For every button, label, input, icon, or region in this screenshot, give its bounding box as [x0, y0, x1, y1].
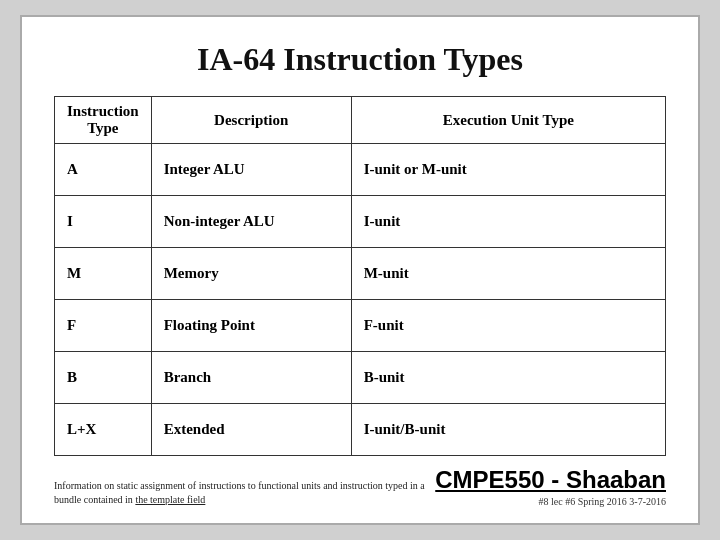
table-row: INon-integer ALUI-unit [55, 196, 666, 248]
table-cell: M [55, 248, 152, 300]
table-row: L+XExtendedI-unit/B-unit [55, 404, 666, 456]
table-cell: Non-integer ALU [151, 196, 351, 248]
table-row: AInteger ALUI-unit or M-unit [55, 144, 666, 196]
table-cell: Branch [151, 352, 351, 404]
table-cell: Floating Point [151, 300, 351, 352]
table-cell: I-unit or M-unit [351, 144, 665, 196]
table-cell: B [55, 352, 152, 404]
table-cell: B-unit [351, 352, 665, 404]
table-cell: I [55, 196, 152, 248]
table-cell: A [55, 144, 152, 196]
table-cell: Memory [151, 248, 351, 300]
table-cell: F [55, 300, 152, 352]
table-row: MMemoryM-unit [55, 248, 666, 300]
table-cell: I-unit/B-unit [351, 404, 665, 456]
footer: Information on static assignment of inst… [54, 466, 666, 507]
footer-left-text: Information on static assignment of inst… [54, 479, 434, 507]
slide-container: IA-64 Instruction Types Instruction Type… [20, 15, 700, 525]
table-cell: I-unit [351, 196, 665, 248]
table-row: BBranchB-unit [55, 352, 666, 404]
page-title: IA-64 Instruction Types [54, 41, 666, 78]
course-title: CMPE550 - Shaaban [435, 466, 666, 494]
footer-right: CMPE550 - Shaaban #8 lec #6 Spring 2016 … [435, 466, 666, 507]
table-cell: M-unit [351, 248, 665, 300]
table-cell: Integer ALU [151, 144, 351, 196]
col-header-exec: Execution Unit Type [351, 97, 665, 144]
table-cell: F-unit [351, 300, 665, 352]
table-row: FFloating PointF-unit [55, 300, 666, 352]
instruction-table: Instruction Type Description Execution U… [54, 96, 666, 456]
table-cell: L+X [55, 404, 152, 456]
col-header-desc: Description [151, 97, 351, 144]
table-cell: Extended [151, 404, 351, 456]
col-header-type: Instruction Type [55, 97, 152, 144]
lec-info: #8 lec #6 Spring 2016 3-7-2016 [435, 496, 666, 507]
